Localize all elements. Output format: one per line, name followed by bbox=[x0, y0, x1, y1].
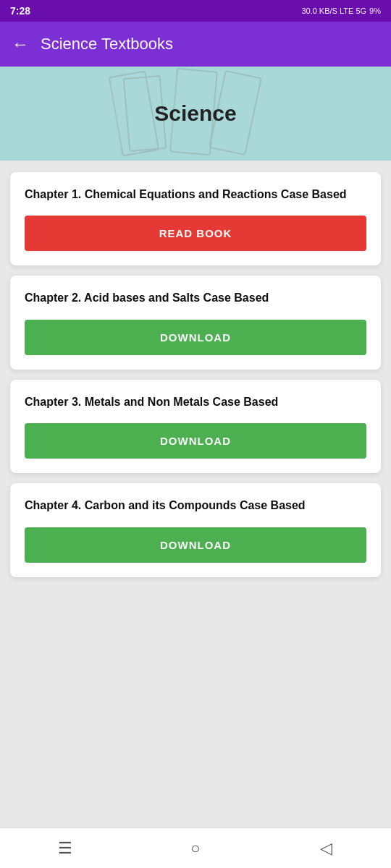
chapter-download-button-4[interactable]: DOWNLOAD bbox=[25, 527, 366, 563]
svg-line-4 bbox=[111, 85, 122, 149]
menu-icon: ☰ bbox=[58, 839, 72, 858]
nav-home[interactable]: ○ bbox=[130, 828, 261, 868]
home-icon: ○ bbox=[190, 839, 200, 858]
nav-back-icon: ◁ bbox=[320, 839, 332, 858]
chapter-card-4: Chapter 4. Carbon and its Compounds Case… bbox=[10, 483, 381, 576]
chapter-card-2: Chapter 2. Acid bases and Salts Case Bas… bbox=[10, 276, 381, 369]
nav-back[interactable]: ◁ bbox=[261, 828, 391, 868]
hero-title: Science bbox=[154, 101, 236, 126]
chapter-title-2: Chapter 2. Acid bases and Salts Case Bas… bbox=[25, 290, 366, 306]
status-network: 30.0 KB/S LTE 5G bbox=[301, 7, 366, 15]
chapter-download-button-3[interactable]: DOWNLOAD bbox=[25, 423, 366, 459]
svg-rect-0 bbox=[109, 71, 159, 156]
bottom-navigation: ☰ ○ ◁ bbox=[0, 827, 391, 868]
app-bar: ← Science Textbooks bbox=[0, 22, 391, 67]
chapter-download-button-2[interactable]: DOWNLOAD bbox=[25, 320, 366, 355]
page-title: Science Textbooks bbox=[41, 35, 173, 54]
chapters-list: Chapter 1. Chemical Equations and Reacti… bbox=[0, 161, 391, 827]
chapter-card-3: Chapter 3. Metals and Non Metals Case Ba… bbox=[10, 380, 381, 473]
chapter-title-3: Chapter 3. Metals and Non Metals Case Ba… bbox=[25, 394, 366, 410]
chapter-card-1: Chapter 1. Chemical Equations and Reacti… bbox=[10, 172, 381, 265]
nav-menu[interactable]: ☰ bbox=[0, 828, 130, 868]
chapter-title-1: Chapter 1. Chemical Equations and Reacti… bbox=[25, 187, 366, 203]
chapter-title-4: Chapter 4. Carbon and its Compounds Case… bbox=[25, 498, 366, 514]
status-right: 30.0 KB/S LTE 5G 9% bbox=[301, 7, 381, 15]
back-button[interactable]: ← bbox=[12, 34, 29, 54]
hero-banner: Science bbox=[0, 67, 391, 161]
status-time: 7:28 bbox=[10, 5, 30, 17]
status-bar: 7:28 30.0 KB/S LTE 5G 9% bbox=[0, 0, 391, 22]
status-battery: 9% bbox=[369, 7, 381, 15]
chapter-read-button-1[interactable]: READ BOOK bbox=[25, 216, 366, 251]
